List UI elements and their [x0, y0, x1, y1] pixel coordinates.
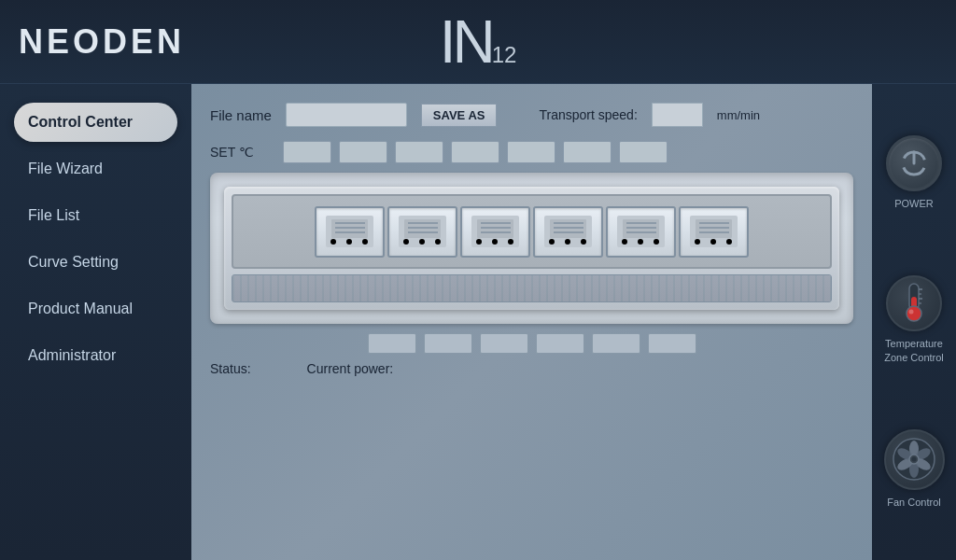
svg-point-56 — [907, 306, 921, 321]
svg-point-30 — [565, 239, 570, 245]
zone-diagram-5 — [615, 214, 667, 249]
zone-diagram-2 — [397, 214, 448, 249]
heating-zone-3 — [460, 206, 530, 258]
svg-point-31 — [581, 239, 586, 245]
power-symbol-svg — [897, 147, 931, 180]
svg-point-57 — [909, 310, 914, 315]
bottom-temp-input-4[interactable] — [536, 333, 584, 354]
temp-zone-button[interactable]: TemperatureZone Control — [884, 275, 944, 364]
svg-point-5 — [330, 239, 336, 245]
set-temp-input-4[interactable] — [451, 141, 499, 163]
heating-zone-6 — [679, 206, 749, 258]
thermometer-svg — [896, 280, 932, 327]
top-bar: File name SAVE AS Transport speed: mm/mi… — [210, 103, 853, 127]
conveyor-top — [232, 194, 832, 269]
logo-in: IN — [440, 12, 492, 72]
bottom-temp-input-1[interactable] — [368, 333, 416, 354]
svg-rect-1 — [331, 219, 368, 238]
heating-zone-2 — [387, 206, 457, 258]
zone-diagram-3 — [470, 214, 521, 249]
sidebar: Control Center File Wizard File List Cur… — [0, 84, 191, 560]
sidebar-item-file-list[interactable]: File List — [14, 196, 177, 235]
sidebar-item-administrator[interactable]: Administrator — [14, 336, 177, 375]
svg-rect-41 — [696, 219, 732, 238]
zone-diagram-1 — [324, 214, 375, 249]
header: NEODEN IN 12 — [0, 0, 956, 84]
logo-number: 12 — [492, 42, 517, 68]
heating-zones — [310, 202, 753, 262]
svg-rect-9 — [404, 219, 441, 238]
bottom-temp-input-2[interactable] — [424, 333, 472, 354]
svg-point-7 — [362, 239, 368, 245]
conveyor-bottom — [232, 274, 832, 302]
svg-point-22 — [492, 239, 498, 245]
svg-point-37 — [622, 239, 627, 245]
svg-point-13 — [403, 239, 409, 245]
sidebar-item-curve-setting[interactable]: Curve Setting — [14, 243, 177, 282]
heating-zone-5 — [606, 206, 676, 258]
transport-speed-input[interactable] — [652, 103, 703, 127]
set-temp-input-5[interactable] — [507, 141, 555, 163]
set-temp-label: SET ℃ — [210, 145, 275, 160]
heating-zone-4 — [533, 206, 603, 258]
svg-point-6 — [346, 239, 352, 245]
svg-rect-17 — [477, 219, 513, 238]
file-name-input[interactable] — [286, 103, 407, 127]
current-power-label: Current power: — [307, 361, 394, 376]
fan-svg — [892, 437, 936, 482]
transport-unit: mm/min — [717, 108, 760, 122]
status-bar: Status: Current power: — [210, 361, 853, 376]
svg-point-29 — [549, 239, 555, 245]
oven-area — [210, 173, 853, 324]
sidebar-item-file-wizard[interactable]: File Wizard — [14, 149, 177, 189]
right-panel: POWER TemperatureZone Control — [872, 84, 956, 560]
sidebar-item-product-manual[interactable]: Product Manual — [14, 289, 177, 329]
svg-point-45 — [695, 239, 700, 245]
brand-name: NEODEN — [19, 22, 185, 62]
fan-control-button[interactable]: Fan Control — [884, 429, 945, 509]
set-temp-input-2[interactable] — [339, 141, 387, 163]
sidebar-item-control-center[interactable]: Control Center — [14, 103, 177, 142]
set-temp-input-3[interactable] — [395, 141, 443, 163]
zone-diagram-4 — [542, 214, 594, 249]
svg-point-47 — [726, 239, 732, 245]
svg-rect-25 — [550, 219, 586, 238]
power-icon — [886, 135, 942, 191]
file-name-label: File name — [210, 107, 272, 123]
svg-point-21 — [476, 239, 482, 245]
svg-point-46 — [710, 239, 716, 245]
main-content: File name SAVE AS Transport speed: mm/mi… — [191, 84, 872, 560]
svg-point-15 — [435, 239, 441, 245]
svg-point-23 — [508, 239, 513, 245]
logo: IN 12 — [440, 12, 517, 72]
set-temp-input-7[interactable] — [619, 141, 668, 163]
fan-icon — [884, 429, 945, 490]
zone-diagram-6 — [688, 214, 739, 249]
status-label: Status: — [210, 361, 251, 376]
heating-zone-1 — [315, 206, 385, 258]
conveyor-belt — [232, 275, 831, 301]
thermometer-icon — [886, 275, 942, 331]
svg-point-14 — [419, 239, 425, 245]
set-temp-input-6[interactable] — [563, 141, 612, 163]
svg-point-66 — [912, 457, 917, 462]
fan-control-label: Fan Control — [887, 496, 940, 509]
set-temp-input-1[interactable] — [283, 141, 331, 163]
bottom-temp-row — [210, 333, 853, 354]
svg-rect-33 — [623, 219, 659, 238]
bottom-temp-input-5[interactable] — [592, 333, 640, 354]
oven-machine — [224, 187, 839, 310]
svg-point-39 — [654, 239, 659, 245]
bottom-temp-input-3[interactable] — [480, 333, 528, 354]
power-button[interactable]: POWER — [886, 135, 942, 210]
save-as-button[interactable]: SAVE AS — [421, 104, 498, 127]
set-temp-row: SET ℃ — [210, 141, 853, 163]
transport-speed-label: Transport speed: — [539, 107, 637, 122]
temp-zone-label: TemperatureZone Control — [884, 337, 944, 364]
bottom-temp-input-6[interactable] — [648, 333, 696, 354]
power-label: POWER — [894, 197, 934, 210]
svg-point-38 — [638, 239, 643, 245]
